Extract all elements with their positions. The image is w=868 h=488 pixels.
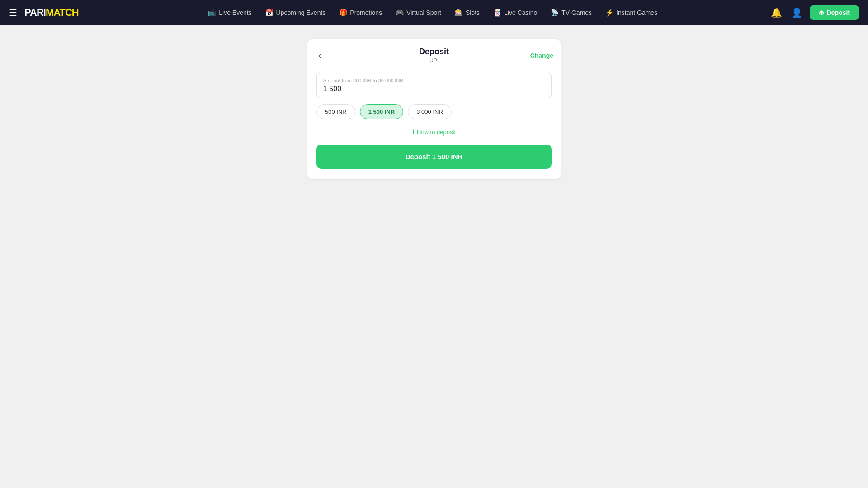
deposit-body: Amount from 300 INR to 30 000 INR 500 IN… bbox=[307, 68, 561, 179]
nav-upcoming-events[interactable]: 📅 Upcoming Events bbox=[260, 6, 331, 19]
tv-games-icon: 📡 bbox=[551, 9, 559, 17]
deposit-nav-button[interactable]: ⊕ Deposit bbox=[810, 5, 859, 20]
deposit-title: Deposit bbox=[419, 47, 449, 56]
preset-500[interactable]: 500 INR bbox=[316, 104, 355, 119]
deposit-action-button[interactable]: Deposit 1 500 INR bbox=[316, 145, 552, 169]
deposit-panel: ‹ Deposit UPI Change Amount from 300 INR… bbox=[307, 39, 561, 179]
preset-1500[interactable]: 1 500 INR bbox=[360, 104, 404, 119]
deposit-nav-icon: ⊕ bbox=[819, 9, 824, 16]
nav-instant-games[interactable]: ⚡ Instant Games bbox=[600, 6, 663, 19]
virtual-sport-icon: 🎮 bbox=[396, 9, 404, 17]
deposit-title-block: Deposit UPI bbox=[419, 47, 449, 64]
info-icon: ℹ bbox=[412, 128, 415, 136]
live-casino-icon: 🃏 bbox=[493, 9, 501, 17]
user-icon[interactable]: 👤 bbox=[789, 5, 804, 20]
notification-icon[interactable]: 🔔 bbox=[769, 5, 784, 20]
back-button[interactable]: ‹ bbox=[315, 48, 325, 62]
nav-promotions[interactable]: 🎁 Promotions bbox=[334, 6, 387, 19]
how-to-deposit-link[interactable]: ℹ How to deposit bbox=[316, 128, 552, 136]
how-to-deposit-label: How to deposit bbox=[417, 129, 456, 136]
deposit-header: ‹ Deposit UPI Change bbox=[307, 39, 561, 68]
nav-tv-games[interactable]: 📡 TV Games bbox=[545, 6, 597, 19]
nav-live-events[interactable]: 📺 Live Events bbox=[203, 6, 257, 19]
nav-links: 📺 Live Events 📅 Upcoming Events 🎁 Promot… bbox=[97, 6, 769, 19]
logo[interactable]: PARIMATCH bbox=[24, 8, 79, 18]
topnav-right: 🔔 👤 ⊕ Deposit bbox=[769, 5, 859, 20]
logo-text: PARIMATCH bbox=[24, 8, 79, 18]
nav-live-casino[interactable]: 🃏 Live Casino bbox=[488, 6, 542, 19]
change-button[interactable]: Change bbox=[530, 52, 553, 59]
hamburger-icon[interactable]: ☰ bbox=[9, 7, 17, 18]
amount-field-wrap: Amount from 300 INR to 30 000 INR bbox=[316, 73, 552, 98]
instant-games-icon: ⚡ bbox=[605, 9, 613, 17]
nav-virtual-sport[interactable]: 🎮 Virtual Sport bbox=[390, 6, 447, 19]
promotions-icon: 🎁 bbox=[339, 9, 347, 17]
preset-3000[interactable]: 3 000 INR bbox=[408, 104, 452, 119]
live-events-icon: 📺 bbox=[208, 9, 216, 17]
topnav: ☰ PARIMATCH 📺 Live Events 📅 Upcoming Eve… bbox=[0, 0, 868, 25]
upcoming-events-icon: 📅 bbox=[265, 9, 274, 17]
amount-input[interactable] bbox=[323, 85, 545, 93]
nav-slots[interactable]: 🎰 Slots bbox=[449, 6, 485, 19]
deposit-subtitle: UPI bbox=[419, 57, 449, 64]
preset-buttons: 500 INR 1 500 INR 3 000 INR bbox=[316, 104, 552, 119]
amount-hint: Amount from 300 INR to 30 000 INR bbox=[323, 78, 545, 83]
main-content: ‹ Deposit UPI Change Amount from 300 INR… bbox=[0, 25, 868, 488]
slots-icon: 🎰 bbox=[455, 9, 463, 17]
